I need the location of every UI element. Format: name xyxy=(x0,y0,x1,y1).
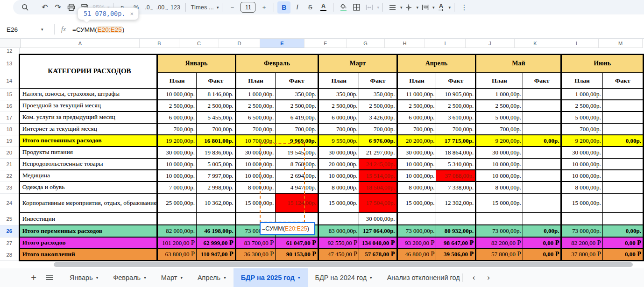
cell-J16[interactable]: 2 500,00р. xyxy=(476,100,523,112)
sheet-tab-5[interactable]: БДР на 2025 год▾ xyxy=(234,268,308,287)
all-sheets-menu-icon[interactable] xyxy=(42,275,57,280)
cell-K26[interactable]: 0,00р. xyxy=(523,225,561,237)
cell-H25[interactable] xyxy=(397,213,436,225)
column-header-J[interactable]: J xyxy=(466,39,515,48)
cell-I16[interactable]: 2 500,00р. xyxy=(436,100,476,112)
cell-D24[interactable]: 15 000,00р. xyxy=(235,193,276,213)
cell-B22[interactable]: 10 000,00р. xyxy=(157,170,197,182)
cell-L16[interactable]: 2 500,00р. xyxy=(561,100,602,112)
cell-L17[interactable]: 5 000,00р. xyxy=(561,112,602,123)
cell-I21[interactable]: 5 340,00р. xyxy=(436,158,476,170)
cell-M21[interactable] xyxy=(602,158,643,170)
cell-E24[interactable]: 15 124,00р. xyxy=(276,193,318,213)
cell-D20[interactable]: 30 000,00р. xyxy=(235,147,276,158)
cell-G27[interactable]: 134 040,00 ₽ xyxy=(359,237,397,249)
cell-D19[interactable]: 10 700,00р. xyxy=(235,135,276,147)
month-header-2[interactable]: Февраль xyxy=(235,54,318,73)
decrease-decimals-button[interactable]: .0← xyxy=(143,1,156,14)
cell-C20[interactable]: 19 836,00р. xyxy=(197,147,236,158)
cell-D17[interactable]: 6 500,00р. xyxy=(235,112,276,123)
cell-H26[interactable]: 73 000,00р. xyxy=(397,225,436,237)
cell-H17[interactable]: 6 000,00р. xyxy=(397,112,436,123)
cell-C25[interactable] xyxy=(197,213,236,225)
cell-E18[interactable]: 700,00р. xyxy=(276,123,318,135)
cell-J20[interactable]: 30 000,00р. xyxy=(476,147,523,158)
column-header-C[interactable]: C xyxy=(179,39,219,48)
cell-G18[interactable]: 700,00р. xyxy=(359,123,397,135)
cell-A18[interactable]: Интернет за текущий месяц xyxy=(19,123,157,135)
cell-C15[interactable]: 8 146,00р. xyxy=(197,88,236,100)
cell-G28[interactable]: 57 678,00 ₽ xyxy=(359,249,397,260)
cell-J24[interactable]: 15 000,00р. xyxy=(476,193,523,213)
cell-L24[interactable]: 15 000,00р. xyxy=(561,193,602,213)
text-rotation-dropdown-icon[interactable]: ▾ xyxy=(449,5,451,10)
cell-J28[interactable]: 57 800,00 ₽ xyxy=(476,249,523,260)
fact-subheader[interactable]: Факт xyxy=(359,73,397,88)
print-icon[interactable] xyxy=(64,1,78,14)
cell-B15[interactable]: 10 000,00р. xyxy=(157,88,197,100)
more-toolbar-button[interactable]: ⋮ xyxy=(458,1,471,14)
column-header-I[interactable]: I xyxy=(425,39,466,48)
sheet-tab-dropdown-icon[interactable]: ▾ xyxy=(370,275,372,280)
column-header-B[interactable]: B xyxy=(140,39,179,48)
cell-C17[interactable]: 5 455,00р. xyxy=(197,112,236,123)
cell-H23[interactable]: 8 000,00р. xyxy=(397,182,436,193)
cell-B20[interactable]: 30 000,00р. xyxy=(157,147,197,158)
cell-K27[interactable]: 0,00 ₽ xyxy=(523,237,561,249)
column-header-F[interactable]: F xyxy=(304,39,347,48)
sheet-tab-dropdown-icon[interactable]: ▾ xyxy=(96,275,99,280)
cell-L19[interactable]: 9 200,00р. xyxy=(561,135,602,147)
cell-K23[interactable] xyxy=(523,182,561,193)
cell-F21[interactable]: 20 000,00р. xyxy=(318,158,359,170)
cell-K28[interactable]: 0,00 ₽ xyxy=(523,249,561,260)
cell-F17[interactable]: 6 000,00р. xyxy=(318,112,359,123)
cell-I24[interactable]: 12 302,00р. xyxy=(436,193,476,213)
cell-B16[interactable]: 2 500,00р. xyxy=(157,100,197,112)
cell-G26[interactable]: 127 064,00р. xyxy=(359,225,397,237)
name-box-dropdown-icon[interactable]: ▾ xyxy=(41,27,52,32)
cell-E20[interactable]: 19 545,00р. xyxy=(276,147,318,158)
plan-subheader[interactable]: План xyxy=(157,73,197,88)
cell-D15[interactable]: 1 000,00р. xyxy=(235,88,276,100)
sheet-tab-1[interactable]: Январь▾ xyxy=(62,268,106,287)
month-header-4[interactable]: Апрель xyxy=(397,54,476,73)
cell-K20[interactable] xyxy=(523,147,561,158)
cell-K22[interactable] xyxy=(523,170,561,182)
row-header-28[interactable]: 28 xyxy=(0,249,19,260)
horizontal-align-button[interactable] xyxy=(386,1,399,14)
cell-M24[interactable] xyxy=(602,193,643,213)
row-header-24[interactable]: 24 xyxy=(0,193,19,213)
cell-G23[interactable]: 18 504,00р. xyxy=(359,182,397,193)
row-header-25[interactable]: 25 xyxy=(0,213,19,225)
cell-M25[interactable] xyxy=(602,213,643,225)
cell-I23[interactable]: 7 338,00р. xyxy=(436,182,476,193)
cell-C28[interactable]: 110 947,00 ₽ xyxy=(197,249,236,260)
more-formats-button[interactable]: 123 xyxy=(169,1,182,14)
cell-H27[interactable]: 93 200,00 ₽ xyxy=(397,237,436,249)
merge-cells-button[interactable] xyxy=(363,1,376,14)
sheet-tab-dropdown-icon[interactable]: ▾ xyxy=(180,275,183,280)
cell-I17[interactable]: 3 610,00р. xyxy=(436,112,476,123)
font-size-input[interactable]: 11 xyxy=(241,2,255,13)
cell-M26[interactable]: 0,00р. xyxy=(602,225,643,237)
cell-J26[interactable]: 73 000,00р. xyxy=(476,225,523,237)
cell-E21[interactable]: 8 768,00р. xyxy=(276,158,318,170)
increase-decimals-button[interactable]: .00→ xyxy=(156,1,169,14)
column-header-D[interactable]: D xyxy=(219,39,260,48)
row-header-21[interactable]: 21 xyxy=(0,158,19,170)
row-header-18[interactable]: 18 xyxy=(0,123,19,135)
row-header-26[interactable]: 26 xyxy=(0,225,19,237)
column-header-M[interactable]: M xyxy=(599,39,643,48)
close-icon[interactable]: × xyxy=(130,10,134,17)
cell-A21[interactable]: Непродовольственные товары xyxy=(19,158,157,170)
cell-M28[interactable]: 0,00 ₽ xyxy=(602,249,643,260)
cell-E27[interactable]: 61 047,00 ₽ xyxy=(276,237,318,249)
font-select[interactable]: Times ... xyxy=(189,1,216,14)
add-sheet-button[interactable]: + xyxy=(26,273,42,283)
merge-dropdown-icon[interactable]: ▾ xyxy=(377,5,379,10)
cell-A20[interactable]: Продукты питания xyxy=(19,147,157,158)
tabs-scroll-left-icon[interactable]: ‹ xyxy=(473,273,475,282)
cell-E16[interactable]: 2 500,00р. xyxy=(276,100,318,112)
undo-icon[interactable]: ↶ xyxy=(38,1,51,14)
cell-G16[interactable]: 2 500,00р. xyxy=(359,100,397,112)
